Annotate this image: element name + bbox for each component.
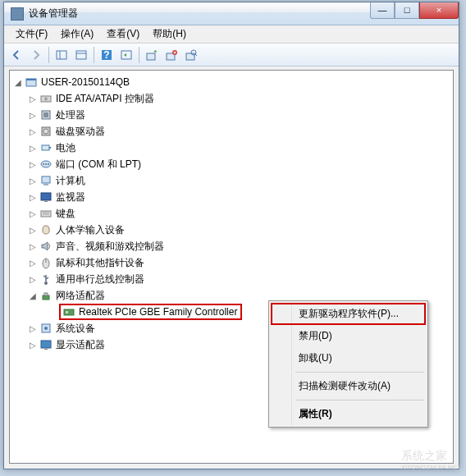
properties-icon[interactable] [72, 46, 90, 64]
expand-icon[interactable]: ▷ [28, 259, 38, 268]
svg-rect-22 [49, 147, 51, 149]
expand-icon[interactable]: ▷ [28, 160, 38, 169]
context-menu: 更新驱动程序软件(P)... 禁用(D) 卸载(U) 扫描检测硬件改动(A) 属… [268, 300, 428, 428]
titlebar: 设备管理器 — □ × [4, 2, 459, 25]
tree-item-label: 端口 (COM 和 LPT) [54, 157, 143, 172]
tree-item-label: 显示适配器 [54, 337, 107, 353]
tree-root-label: USER-20150114QB [39, 76, 131, 89]
scan-hardware-icon[interactable] [182, 46, 200, 64]
cpu-icon [39, 108, 53, 121]
svg-point-43 [44, 327, 48, 330]
tree-item[interactable]: ▷磁盘驱动器 [11, 123, 451, 140]
expand-icon[interactable]: ▷ [28, 209, 38, 218]
expand-icon[interactable]: ▷ [28, 176, 38, 185]
tree-item[interactable]: ▷通用串行总线控制器 [11, 271, 451, 287]
hid-icon [39, 223, 53, 236]
update-driver-icon[interactable] [143, 46, 161, 64]
expand-icon[interactable]: ◢ [28, 291, 38, 300]
sound-icon [39, 240, 53, 253]
tree-item[interactable]: ▷鼠标和其他指针设备 [11, 254, 451, 271]
help-icon[interactable]: ? [98, 46, 116, 64]
svg-point-20 [43, 129, 48, 134]
svg-rect-18 [43, 112, 48, 117]
context-scan-hardware[interactable]: 扫描检测硬件改动(A) [271, 375, 426, 397]
uninstall-icon[interactable] [162, 46, 180, 64]
tree-item[interactable]: ▷电池 [11, 140, 451, 156]
tree-item-label: 通用串行总线控制器 [54, 272, 146, 287]
svg-rect-27 [42, 176, 50, 183]
expand-icon[interactable]: ▷ [28, 341, 38, 350]
monitor-icon [39, 190, 53, 204]
svg-rect-38 [43, 295, 49, 300]
svg-rect-30 [44, 201, 48, 202]
computer-icon [25, 76, 38, 89]
context-disable[interactable]: 禁用(D) [271, 325, 426, 347]
menu-action[interactable]: 操作(A) [54, 25, 100, 43]
svg-rect-39 [44, 293, 48, 295]
port-icon [39, 158, 53, 171]
svg-rect-41 [66, 311, 68, 314]
svg-rect-0 [57, 51, 66, 59]
tree-item-label: 网络适配器 [54, 288, 107, 304]
separator [48, 47, 49, 63]
expand-icon[interactable]: ▷ [28, 94, 38, 103]
context-properties[interactable]: 属性(R) [271, 403, 426, 425]
menu-file[interactable]: 文件(F) [9, 25, 54, 43]
forward-icon[interactable] [27, 46, 45, 64]
action-icon[interactable] [117, 46, 135, 64]
expand-icon[interactable]: ▷ [28, 242, 38, 251]
expand-icon[interactable]: ▷ [28, 127, 38, 136]
watermark-line2: XITONGZHIJIA.NET [401, 464, 461, 471]
tree-item[interactable]: ▷IDE ATA/ATAPI 控制器 [11, 90, 451, 107]
tree-item-label: 人体学输入设备 [54, 222, 126, 238]
menu-help[interactable]: 帮助(H) [146, 25, 193, 43]
expand-icon[interactable]: ▷ [28, 324, 38, 333]
tree-item[interactable]: ▷端口 (COM 和 LPT) [11, 156, 451, 172]
menubar: 文件(F) 操作(A) 查看(V) 帮助(H) [4, 25, 459, 43]
svg-point-26 [48, 163, 49, 165]
nic-icon [62, 305, 75, 318]
expand-icon[interactable]: ▷ [28, 226, 38, 235]
back-icon[interactable] [7, 46, 25, 64]
show-hide-icon[interactable] [53, 46, 71, 64]
disk-icon [39, 125, 53, 138]
expand-icon[interactable]: ▷ [28, 111, 38, 120]
network-icon [39, 289, 53, 302]
collapse-icon[interactable]: ◢ [13, 78, 23, 87]
tree-item-label: 计算机 [54, 173, 87, 189]
tree-item[interactable]: ▷处理器 [11, 107, 451, 123]
tree-item-label: 键盘 [54, 206, 77, 222]
svg-line-12 [195, 54, 197, 56]
mouse-icon [39, 256, 53, 269]
expand-icon[interactable]: ▷ [28, 193, 38, 202]
svg-rect-28 [43, 184, 48, 185]
svg-rect-14 [26, 79, 36, 80]
minimize-button[interactable]: — [370, 2, 395, 19]
context-uninstall[interactable]: 卸载(U) [271, 347, 426, 369]
app-icon [11, 7, 24, 21]
close-button[interactable]: × [419, 2, 459, 19]
tree-item[interactable]: ▷监视器 [11, 189, 451, 205]
tree-item[interactable]: ▷键盘 [11, 205, 451, 222]
tree-item-label: 电池 [54, 140, 77, 156]
svg-rect-29 [41, 193, 51, 200]
svg-rect-7 [147, 53, 155, 60]
tree-item[interactable]: ▷计算机 [11, 172, 451, 189]
window-controls: — □ × [370, 2, 459, 19]
expand-icon[interactable]: ▷ [28, 144, 38, 153]
tree-item-label: 系统设备 [54, 321, 97, 336]
tree-item[interactable]: ▷人体学输入设备 [11, 222, 451, 238]
menu-view[interactable]: 查看(V) [100, 25, 146, 43]
keyboard-icon [39, 207, 53, 220]
tree-item-label: 监视器 [54, 190, 87, 205]
svg-rect-21 [42, 145, 49, 150]
tree-root[interactable]: ◢USER-20150114QB [11, 74, 451, 90]
separator [94, 47, 94, 63]
expand-icon[interactable]: ▷ [28, 275, 38, 284]
watermark-text: 系统之家 XITONGZHIJIA.NET [401, 449, 461, 471]
context-separator [295, 400, 424, 400]
tree-item[interactable]: ▷声音、视频和游戏控制器 [11, 238, 451, 254]
svg-rect-40 [64, 309, 74, 315]
maximize-button[interactable]: □ [395, 2, 419, 19]
context-update-driver[interactable]: 更新驱动程序软件(P)... [271, 303, 426, 325]
